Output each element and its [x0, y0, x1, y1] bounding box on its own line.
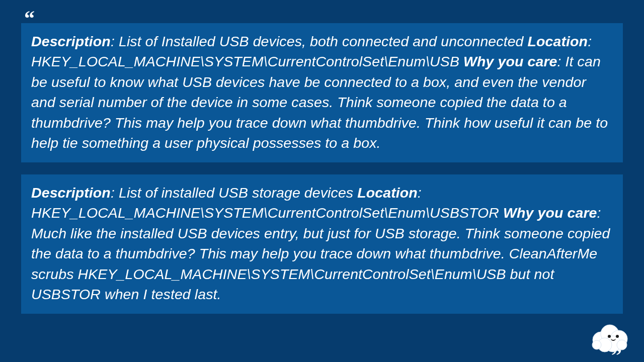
info-block-usb: Description: List of Installed USB devic…: [21, 23, 623, 162]
why-you-care-label: Why you care: [463, 53, 557, 69]
info-block-usbstor: Description: List of installed USB stora…: [21, 174, 623, 314]
cloud-mascot-icon: [591, 320, 630, 354]
description-text: : List of Installed USB devices, both co…: [111, 33, 528, 49]
description-text: : List of installed USB storage devices: [111, 185, 357, 201]
description-label: Description: [31, 185, 111, 201]
mascot-eye-right-icon: [616, 335, 619, 338]
slide-page: “ Description: List of Installed USB dev…: [0, 0, 644, 362]
description-label: Description: [31, 33, 111, 49]
mascot-eye-left-icon: [608, 335, 611, 338]
why-you-care-label: Why you care: [503, 205, 597, 221]
svg-point-5: [617, 340, 627, 350]
location-label: Location: [528, 33, 588, 49]
open-quote-icon: “: [24, 14, 623, 21]
svg-point-6: [592, 340, 601, 349]
location-label: Location: [357, 185, 418, 201]
